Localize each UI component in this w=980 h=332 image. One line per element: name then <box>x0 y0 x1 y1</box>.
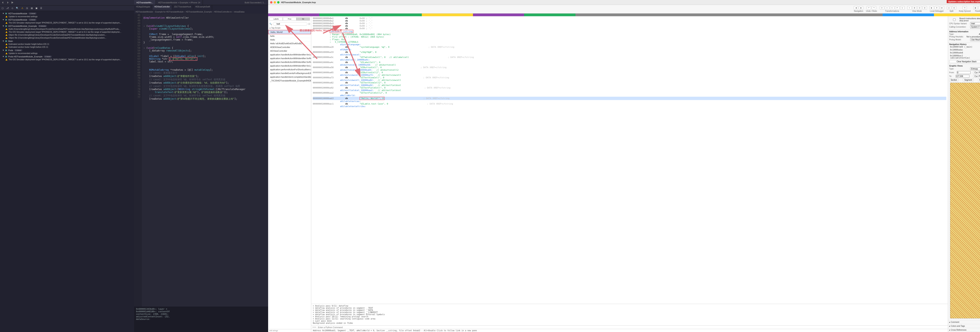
file-tab[interactable]: HDAppDelegate <box>134 5 152 10</box>
tool-button[interactable]: C <box>890 6 894 9</box>
tool-button[interactable]: ↶ <box>867 6 871 9</box>
issues-icon[interactable]: ⚠ <box>21 7 23 9</box>
seg-tab-proc[interactable]: Proc <box>283 17 296 21</box>
asm-row[interactable]: 000000010000ba4c db "UILabelCell", 0 <box>313 61 946 63</box>
string-result[interactable]: application:handleActionWithIdentifier:f… <box>268 64 311 68</box>
curpos-from-button[interactable]: Cur. Pos. <box>973 71 980 74</box>
breadcrumb[interactable]: HDTranslateModule›Example for HDTranslat… <box>134 10 268 14</box>
string-result[interactable]: HDViewController <box>268 49 311 53</box>
report-icon[interactable]: ☰ <box>40 7 42 9</box>
string-result[interactable]: application:handleActionWithIdentifier:f… <box>268 60 311 64</box>
find-icon[interactable]: 🔍 <box>16 7 19 9</box>
issues-tree[interactable]: ▾▣HDTranslateModule1 issueUpdate to reco… <box>0 11 134 332</box>
gv-segment-button[interactable]: Segment <box>963 79 974 81</box>
seg-tab-labels[interactable]: Labels <box>269 17 283 21</box>
nav-group[interactable]: ▾▣HDTranslateModule1 issue <box>0 12 134 15</box>
tool-button[interactable]: ⏭ <box>940 6 944 9</box>
nav-hist-item[interactable]: 0x100007a69 (_main) <box>949 46 980 48</box>
tool-button[interactable]: ◫ <box>947 6 951 9</box>
branch-checkbox[interactable] <box>949 18 959 21</box>
section-strip[interactable] <box>268 14 980 16</box>
nav-fwd-icon[interactable] <box>6 1 9 4</box>
string-results[interactable]: Hello, World!helloHelloHello \xE4\xBD\xA… <box>268 30 311 329</box>
gv-section-button[interactable]: Section <box>949 79 958 81</box>
nav-hist-item[interactable]: 0x10000adac <box>949 48 980 51</box>
string-result[interactable]: Hello <box>268 38 311 42</box>
breadcrumb-item[interactable]: Example for HDTranslateModule <box>155 11 184 13</box>
asm-row[interactable]: 000000010000baa2 db "UITextFieldCell2", … <box>313 92 946 94</box>
entropy-view[interactable] <box>950 82 980 318</box>
curpos-to-button[interactable]: Cur. Pos. <box>973 75 980 78</box>
file-tab[interactable]: JDLTTranslateHook <box>172 5 194 10</box>
breadcrumb-item[interactable]: HDTranslateModule <box>136 11 153 13</box>
minimize-icon[interactable] <box>274 1 276 3</box>
asm-row[interactable]: 000000010000ba33 db "v16@?0@8", 0 <box>313 51 946 54</box>
tool-button[interactable]: D <box>880 6 884 9</box>
string-result[interactable]: application:handleIntent:completionHandl… <box>268 75 311 79</box>
gv-type-select[interactable]: Entropy <box>970 67 980 70</box>
collapse-comment[interactable]: ▸ Comment <box>948 320 980 324</box>
clear-search-icon[interactable]: ⓧ <box>308 22 310 25</box>
syntax-select[interactable]: Intel <box>970 22 980 25</box>
issue-item[interactable]: The iOS Simulator deployment target 'IPH… <box>0 58 134 61</box>
breadcrumb-item[interactable]: HDTranslateModule_Example <box>186 11 212 13</box>
seg-tab-str[interactable]: Str <box>296 17 310 21</box>
string-result[interactable]: Hello \xE4\xBD\xA0\xE5\xA5\xBD <box>268 42 311 46</box>
tool-button[interactable]: ▶ <box>859 6 863 9</box>
code-editor[interactable]: 4647484950515253545556575859606263646566… <box>134 14 268 307</box>
asm-row[interactable]: 000000010000bac1 db "UILable.text Case",… <box>313 103 946 105</box>
gv-from-input[interactable] <box>957 71 970 74</box>
tool-button[interactable]: ◧ <box>973 6 978 9</box>
string-result[interactable]: application:handleActionWithIdentifier:f… <box>268 53 311 57</box>
run-icon[interactable] <box>11 1 14 4</box>
scm-icon[interactable]: ⎇ <box>6 7 9 9</box>
asm-row[interactable]: 000000010000ba73 db "UITextViewCell", 0 … <box>313 76 946 79</box>
string-result[interactable]: Hello, World! <box>268 30 311 34</box>
asm-row[interactable]: 000000010000ba65 db "UIButtonCell2", 0 <box>313 71 946 74</box>
issue-item[interactable]: Estimated section footer height before i… <box>0 46 134 49</box>
tool-button[interactable]: ⊞ <box>912 6 917 9</box>
gv-file-button[interactable]: File <box>978 79 980 81</box>
string-result[interactable]: hello <box>268 34 311 38</box>
breakpoint-icon[interactable]: ▣ <box>35 7 37 9</box>
asm-row[interactable]: 000000010000ba58 db "UIButtonCell", 0 ; … <box>313 66 946 69</box>
collapse-colors-and-tags[interactable]: ▸ Colors and Tags <box>948 324 980 328</box>
disassembly-pane[interactable]: 000000010000b8a1 db 0x00 ; '.'0000000100… <box>311 16 948 332</box>
symbol-icon[interactable]: ◇ <box>11 7 13 9</box>
collapse-cross-references[interactable]: ▸ Cross References <box>948 328 980 332</box>
tool-button[interactable]: U <box>900 6 905 9</box>
tag-scope[interactable]: ▸ Tag Scope <box>268 26 311 30</box>
close-icon[interactable] <box>270 1 272 3</box>
tool-button[interactable]: ⟲ <box>963 6 967 9</box>
py-input[interactable] <box>318 326 948 329</box>
tool-button[interactable]: ⏸ <box>935 6 939 9</box>
asm-row[interactable]: 000000010000ba3c db "UITableViewCell", 0… <box>313 56 946 58</box>
nav-group[interactable]: ▾▣Pods1 issue <box>0 49 134 52</box>
issue-item[interactable]: The iOS Simulator deployment target 'IPH… <box>0 30 134 33</box>
nav-group[interactable]: ▾▣HDTranslateModule_Example6 issues <box>0 24 134 28</box>
calling-select[interactable]: System V <box>970 25 980 28</box>
breadcrumb-item[interactable]: reloadDatas <box>234 11 245 13</box>
issue-item[interactable]: Dylib (/Users/denglibing/Library/Develop… <box>0 28 134 30</box>
tool-button[interactable]: ◨ <box>978 6 980 9</box>
gv-to-input[interactable] <box>956 75 969 78</box>
nav-group[interactable]: ▾▣Pods-HDTranslateModule_Example1 issue <box>0 55 134 58</box>
folder-icon[interactable]: ▢ <box>2 7 3 9</box>
code-body[interactable]: @implementation HDViewController - (void… <box>142 14 268 307</box>
string-result[interactable]: HDENViewController <box>268 46 311 49</box>
tool-button[interactable]: ▶ <box>930 6 934 9</box>
string-result[interactable]: application:performActionForShortcutItem… <box>268 68 311 71</box>
search-input[interactable] <box>273 22 307 26</box>
test-icon[interactable]: ◷ <box>26 7 28 9</box>
issue-item[interactable]: Update to recommended settings <box>0 52 134 55</box>
issue-item[interactable]: The iOS Simulator deployment target 'IPH… <box>0 21 134 24</box>
python-console[interactable]: >>> <box>311 325 948 329</box>
string-result[interactable]: application:handleEventsForBackgroundURL… <box>268 71 311 75</box>
tool-button[interactable]: ⊡ <box>918 6 922 9</box>
breadcrumb-item[interactable]: HDViewController.m <box>214 11 232 13</box>
file-tab[interactable]: HDExampleSwift <box>193 5 212 10</box>
issue-item[interactable]: Object file (/Users/denglibing/Library/D… <box>0 33 134 36</box>
issue-item[interactable]: Estimated section header height before i… <box>0 43 134 46</box>
clear-nav-stack-button[interactable]: Clear Navigation Stack <box>949 60 980 63</box>
prolog-m-select[interactable]: Use Heuristic <box>970 38 980 41</box>
